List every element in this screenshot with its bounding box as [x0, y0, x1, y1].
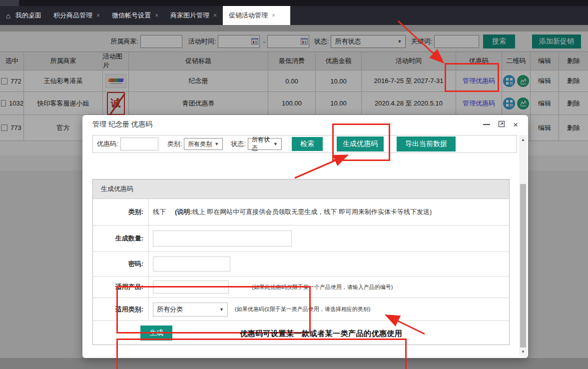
chevron-down-icon: ▼ — [273, 142, 278, 146]
tab-points-product[interactable]: 积分商品管理 × — [47, 6, 106, 25]
scroll-down-icon[interactable]: ▼ — [519, 348, 527, 355]
form-row-quantity: 生成数量: — [93, 226, 509, 252]
maximize-icon[interactable] — [498, 120, 505, 129]
dialog-controls: × — [483, 120, 518, 129]
coupon-status-label: 状态: — [231, 140, 246, 148]
tab-wechat-account[interactable]: 微信帐号设置 × — [106, 6, 164, 25]
coupon-search-button[interactable]: 检索 — [292, 137, 323, 151]
tab-label: 促销活动管理 — [229, 11, 268, 20]
tab-my-desktop[interactable]: ⌂ 我的桌面 — [0, 6, 47, 25]
coupon-filter-row: 优惠码: 类别: 所有类别 ▼ 状态: 所有状态 ▼ 检索 生成优惠码 导出当前… — [92, 135, 517, 153]
tab-promotions[interactable]: 促销活动管理 × — [223, 6, 290, 25]
coupon-category-select[interactable]: 所有类别 ▼ — [184, 138, 223, 150]
export-data-button[interactable]: 导出当前数据 — [397, 136, 456, 152]
category-note: 线上 即在网站中可直接供会员领取无需生成，线下 即可用来制作实体卡等线下发送) — [192, 208, 432, 216]
category-note-bold: (说明: — [175, 208, 192, 216]
close-icon[interactable]: × — [513, 120, 518, 129]
scroll-up-icon[interactable]: ▲ — [519, 136, 527, 143]
category-value: 线下 — [153, 208, 166, 216]
home-icon: ⌂ — [6, 12, 10, 20]
quantity-label: 生成数量: — [93, 226, 149, 252]
generate-coupon-wrap: 生成优惠码 — [337, 136, 384, 152]
generate-coupon-button[interactable]: 生成优惠码 — [337, 136, 384, 152]
dialog-scrollbar[interactable]: ▲ ▼ — [519, 135, 527, 356]
coupon-category-label: 类别: — [167, 140, 182, 148]
section-title: 生成优惠码 — [93, 180, 509, 199]
coupon-manage-dialog: 管理 纪念册 优惠码 × 优惠码: 类别: 所有类别 ▼ 状态: 所有状态 ▼ — [82, 115, 528, 358]
close-icon[interactable]: × — [155, 12, 158, 19]
close-icon[interactable]: × — [272, 12, 275, 19]
apply-category-label: 适用类别: — [93, 298, 149, 320]
form-row-submit: 生成 — [93, 321, 509, 344]
product-input[interactable] — [153, 280, 229, 294]
password-label: 密码: — [93, 252, 149, 276]
tab-label: 微信帐号设置 — [112, 11, 151, 20]
apply-category-select[interactable]: 所有分类 ▼ — [153, 302, 228, 316]
tab-bar: ⌂ 我的桌面 积分商品管理 × 微信帐号设置 × 商家图片管理 × 促销活动管理… — [0, 6, 588, 25]
app-logo — [0, 0, 19, 6]
close-icon[interactable]: × — [96, 12, 100, 19]
category-label: 类别: — [93, 199, 149, 225]
coupon-code-label: 优惠码: — [97, 140, 118, 148]
tab-merchant-images[interactable]: 商家图片管理 × — [164, 6, 223, 25]
chevron-down-icon: ▼ — [219, 307, 224, 312]
window-top-strip — [0, 0, 588, 6]
scrollbar-thumb[interactable] — [520, 184, 526, 348]
tab-label: 积分商品管理 — [53, 11, 92, 20]
chevron-down-icon: ▼ — [214, 142, 219, 146]
password-input[interactable] — [153, 256, 230, 272]
minimize-icon[interactable] — [483, 124, 490, 125]
product-label: 适用产品: — [93, 276, 149, 298]
coupon-code-input[interactable] — [120, 138, 158, 150]
quantity-input[interactable] — [153, 230, 292, 246]
coupon-status-select[interactable]: 所有状态 ▼ — [248, 138, 282, 150]
form-row-product: 适用产品: (如果此优惠码仅限于某一个产品使用，请输入产品的编号) — [93, 276, 509, 298]
form-row-apply-category: 适用类别: 所有分类 ▼ (如果优惠码仅限于某一类产品使用，请选择相应的类别) — [93, 298, 509, 321]
screen: ⌂ 我的桌面 积分商品管理 × 微信帐号设置 × 商家图片管理 × 促销活动管理… — [0, 0, 588, 369]
dialog-title: 管理 纪念册 优惠码 — [92, 120, 152, 129]
dialog-title-bar: 管理 纪念册 优惠码 × — [82, 115, 528, 134]
form-row-category: 类别: 线下 (说明: 线上 即在网站中可直接供会员领取无需生成，线下 即可用来… — [93, 199, 509, 226]
close-icon[interactable]: × — [213, 12, 217, 19]
form-row-password: 密码: — [93, 252, 509, 276]
generate-coupon-section: 生成优惠码 类别: 线下 (说明: 线上 即在网站中可直接供会员领取无需生成，线… — [92, 179, 510, 345]
product-hint: (如果此优惠码仅限于某一个产品使用，请输入产品的编号) — [252, 284, 393, 291]
generate-submit-button[interactable]: 生成 — [140, 326, 172, 340]
tab-label: 商家图片管理 — [170, 11, 209, 20]
apply-category-hint: (如果优惠码仅限于某一类产品使用，请选择相应的类别) — [235, 306, 370, 313]
tab-label: 我的桌面 — [15, 11, 41, 20]
